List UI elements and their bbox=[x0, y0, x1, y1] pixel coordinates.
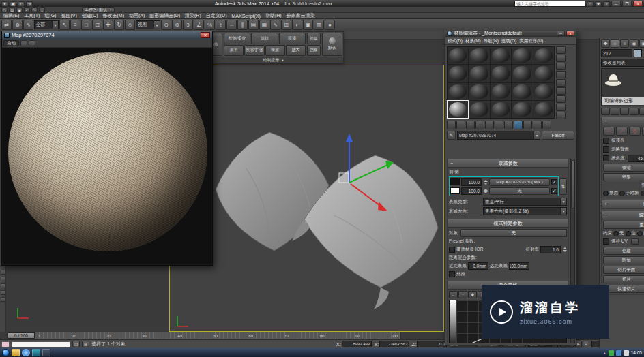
baffle-button[interactable]: 挡板 bbox=[307, 45, 321, 57]
app-menu-icon[interactable]: ▼ bbox=[1, 1, 8, 7]
taskbar-folder-icon[interactable] bbox=[12, 349, 20, 356]
unlink-selection-icon[interactable]: ⊗ bbox=[12, 20, 23, 30]
undo-icon[interactable]: ↶ bbox=[18, 1, 25, 7]
select-and-scale-icon[interactable]: ◇ bbox=[125, 20, 135, 30]
relax-soften-button[interactable]: 松弛/柔化 bbox=[224, 33, 250, 44]
material-sample-slot[interactable] bbox=[512, 65, 532, 82]
render-setup-icon[interactable]: ▣ bbox=[303, 20, 313, 30]
spinner-snap-icon[interactable]: ↕ bbox=[216, 20, 226, 30]
menu-tools[interactable]: 工具(T) bbox=[24, 12, 40, 19]
sample-type-icon[interactable] bbox=[556, 46, 566, 54]
select-and-link-icon[interactable]: ⇄ bbox=[1, 20, 12, 30]
workspace-selector[interactable]: 工作区: 默认▼ bbox=[82, 7, 115, 12]
pick-material-eyedropper-icon[interactable]: ✎ bbox=[447, 131, 456, 140]
paint-deform-tab[interactable]: 绘制变形▼ bbox=[204, 57, 343, 63]
background-icon[interactable] bbox=[556, 63, 566, 70]
ring-button[interactable]: 环形 bbox=[603, 173, 644, 181]
object-pick-button[interactable]: 无 bbox=[460, 229, 567, 237]
spinner[interactable] bbox=[483, 180, 488, 185]
select-and-move-icon[interactable]: ✚ bbox=[103, 20, 113, 30]
vertex-mode-icon[interactable]: ∴ bbox=[603, 127, 615, 136]
material-id-channel-icon[interactable] bbox=[504, 121, 513, 129]
menu-customize[interactable]: 自定义(U) bbox=[206, 12, 227, 19]
exaggerate-button[interactable]: 放大 bbox=[286, 45, 306, 57]
put-to-library-icon[interactable] bbox=[495, 121, 503, 129]
side-map-button[interactable]: 无 bbox=[489, 187, 550, 195]
select-and-rotate-icon[interactable]: ↻ bbox=[114, 20, 124, 30]
material-sample-slot[interactable] bbox=[448, 83, 468, 100]
tray-expand-icon[interactable]: ▲ bbox=[603, 351, 606, 355]
percent-snap-icon[interactable]: % bbox=[205, 20, 215, 30]
default-falloff-button[interactable]: 默认 bbox=[322, 33, 342, 56]
swap-colors-icon[interactable]: ⇅ bbox=[559, 178, 567, 195]
material-sample-slot[interactable] bbox=[533, 83, 554, 100]
preserve-uv-checkbox[interactable] bbox=[603, 238, 609, 245]
menu-animation[interactable]: 动画(A) bbox=[129, 12, 145, 19]
material-sample-slot[interactable] bbox=[491, 101, 511, 118]
maximize-button[interactable]: ❐ bbox=[622, 1, 632, 7]
material-sample-slot[interactable] bbox=[448, 47, 468, 64]
curve-editor-icon[interactable]: ∿ bbox=[270, 20, 280, 30]
show-end-result-icon[interactable] bbox=[523, 121, 532, 129]
timeline-ticks[interactable]: 0102030405060708090100 bbox=[35, 332, 400, 339]
taskbar-3dsmax-icon[interactable] bbox=[32, 349, 40, 356]
material-sample-slot[interactable] bbox=[448, 65, 468, 82]
select-and-manipulate-icon[interactable]: ⊕ bbox=[172, 20, 182, 30]
use-pivot-point-icon[interactable]: ⊙ bbox=[161, 20, 171, 30]
project-folder-icon[interactable]: ⌂ bbox=[39, 7, 45, 12]
falloff-type-dropdown[interactable]: 垂直/平行▼ bbox=[483, 198, 567, 206]
material-name-dropdown[interactable]: Map #2070297074▼ bbox=[457, 131, 540, 140]
near-distance-field[interactable]: 0.0mm bbox=[468, 262, 488, 270]
viewport-layout-tab-icon[interactable] bbox=[1, 277, 5, 281]
tray-icon[interactable] bbox=[609, 350, 614, 356]
render-icon[interactable]: ● bbox=[325, 20, 335, 30]
slice-button[interactable]: 切片 bbox=[603, 275, 644, 283]
rollout-header[interactable]: 模式特定参数 bbox=[448, 219, 568, 228]
reference-coordinate-system-dropdown[interactable]: 视图▼ bbox=[136, 20, 160, 29]
far-distance-field[interactable]: 100.0mm bbox=[509, 262, 529, 270]
window-crossing-icon[interactable]: ⊡ bbox=[92, 20, 102, 30]
edge-mode-icon[interactable]: ∕ bbox=[616, 127, 628, 136]
z-coordinate-field[interactable]: 0.0 bbox=[417, 341, 447, 347]
stack-item-editable-poly[interactable]: 可编辑多边形 bbox=[602, 97, 644, 105]
go-to-parent-icon[interactable] bbox=[533, 121, 542, 129]
smudge-button[interactable]: 涂抹 bbox=[251, 33, 278, 44]
menu-maxscript[interactable]: MAXScript(X) bbox=[231, 14, 260, 18]
close-icon[interactable]: ✕ bbox=[566, 31, 574, 36]
assign-material-to-selection-icon[interactable] bbox=[466, 121, 475, 129]
start-button[interactable] bbox=[2, 349, 10, 356]
ior-field[interactable]: 1.6 bbox=[540, 246, 561, 253]
preserve-uv-settings-icon[interactable] bbox=[631, 238, 639, 245]
front-map-button[interactable]: Map #2070297076 ( Mix ) bbox=[489, 178, 550, 186]
reset-map-icon[interactable] bbox=[475, 121, 484, 129]
viewport-layout-tab-icon[interactable] bbox=[1, 297, 5, 302]
flatten-button[interactable]: 展平 bbox=[224, 45, 244, 57]
schematic-view-icon[interactable]: ⊞ bbox=[281, 20, 291, 30]
menu-help[interactable]: 帮助(H) bbox=[265, 12, 282, 19]
sample-tiling-icon[interactable] bbox=[556, 71, 566, 78]
map-window-titlebar[interactable]: Map #2070297074 ✕ bbox=[2, 31, 212, 40]
shrink-button[interactable]: 收缩 bbox=[603, 164, 644, 172]
viewport-layout-tab-icon[interactable] bbox=[1, 270, 5, 275]
close-icon[interactable]: ✕ bbox=[201, 32, 210, 38]
menu-views[interactable]: 视图(V) bbox=[61, 12, 76, 19]
align-icon[interactable]: ∥ bbox=[237, 20, 248, 30]
me-menu-options[interactable]: 选项(O) bbox=[501, 38, 516, 44]
get-material-icon[interactable] bbox=[447, 121, 456, 129]
x-coordinate-field[interactable]: 8993.493 bbox=[342, 341, 372, 347]
angle-snap-icon[interactable]: ∠ bbox=[194, 20, 204, 30]
isolate-selection-icon[interactable]: ⊡ bbox=[72, 341, 80, 347]
material-editor-icon[interactable]: ◐ bbox=[292, 20, 302, 30]
put-material-icon[interactable] bbox=[456, 121, 465, 129]
menu-rendering[interactable]: 渲染(R) bbox=[185, 12, 201, 19]
menu-banjiajia-plugin[interactable]: 扮家家云渲染 bbox=[287, 12, 315, 19]
make-unique-icon[interactable] bbox=[485, 121, 494, 129]
add-point-icon[interactable]: ✚ bbox=[468, 291, 477, 298]
me-menu-material[interactable]: 材质(M) bbox=[465, 38, 481, 44]
pick-button[interactable]: 拾取 bbox=[307, 33, 321, 44]
move-point-icon[interactable]: ↔ bbox=[449, 291, 458, 298]
material-sample-slot[interactable] bbox=[448, 101, 468, 118]
spinner[interactable] bbox=[562, 247, 567, 252]
tray-icon[interactable] bbox=[624, 350, 629, 356]
snap-toggle-icon[interactable]: 3 bbox=[183, 20, 193, 30]
